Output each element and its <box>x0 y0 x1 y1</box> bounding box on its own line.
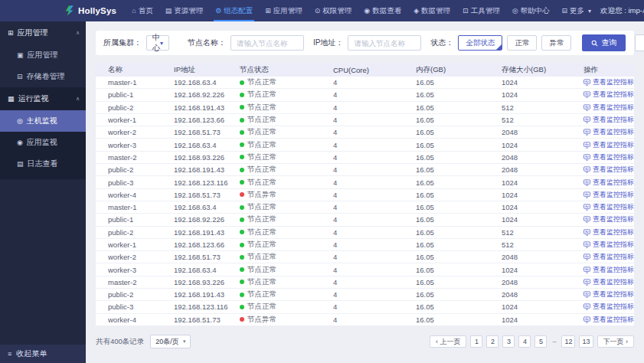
view-metrics-link[interactable]: 查看监控指标 <box>584 202 634 212</box>
view-metrics-link[interactable]: 查看监控指标 <box>584 265 634 275</box>
view-metrics-link[interactable]: 查看监控指标 <box>584 214 634 224</box>
sidebar-item-应用监视[interactable]: ◉应用监视 <box>0 132 86 153</box>
view-metrics-link[interactable]: 查看监控指标 <box>584 140 634 150</box>
cell-action: 查看监控指标 <box>584 265 634 275</box>
next-page-button[interactable]: 下一页 › <box>597 335 635 348</box>
status-text: 节点正常 <box>247 202 276 212</box>
cell-memory: 16.05 <box>416 266 502 274</box>
storage-volume-icon: ⊟ <box>17 74 23 80</box>
page-button-12[interactable]: 12 <box>561 335 575 348</box>
view-metrics-label: 查看监控指标 <box>593 227 634 237</box>
view-metrics-link[interactable]: 查看监控指标 <box>584 289 634 299</box>
nav-item-数据管理[interactable]: ◈数据管理 <box>410 0 453 21</box>
status-text: 节点正常 <box>247 103 276 113</box>
cell-action: 查看监控指标 <box>584 90 634 100</box>
cell-action: 查看监控指标 <box>584 240 634 250</box>
nav-item-应用管理[interactable]: ⊞应用管理 <box>262 0 306 21</box>
cell-action: 查看监控指标 <box>584 227 634 237</box>
page-size-select[interactable]: 20条/页 ▾ <box>150 335 191 348</box>
cell-action: 查看监控指标 <box>584 214 634 224</box>
page-button-1[interactable]: 1 <box>470 335 482 348</box>
cell-ip: 192.168.93.226 <box>174 278 240 286</box>
sidebar-item-日志查看[interactable]: ▤日志查看 <box>0 153 86 175</box>
status-text: 节点正常 <box>247 227 276 237</box>
status-dot-green <box>240 293 244 297</box>
cell-ip: 192.168.191.43 <box>174 290 240 299</box>
view-metrics-link[interactable]: 查看监控指标 <box>584 77 634 87</box>
search-button[interactable]: 查询 <box>582 34 626 51</box>
view-metrics-link[interactable]: 查看监控指标 <box>584 190 634 200</box>
status-option-正常[interactable]: 正常 <box>507 35 537 51</box>
sidebar-group-header-应用管理[interactable]: ⊞应用管理∧ <box>0 21 86 44</box>
view-metrics-link[interactable]: 查看监控指标 <box>584 115 634 125</box>
cell-node-status: 节点正常 <box>240 178 333 188</box>
collapse-label: 收起菜单 <box>16 348 47 359</box>
table-row: master-1192.168.63.4节点正常416.051024查看监控指标 <box>96 201 634 214</box>
page-button-13[interactable]: 13 <box>579 335 593 348</box>
status-option-异常[interactable]: 异常 <box>541 35 571 51</box>
nav-item-label: 工具管理 <box>471 6 500 16</box>
table-row: public-1192.168.92.226节点正常416.051024查看监控… <box>96 89 634 101</box>
cell-storage: 1024 <box>502 78 584 87</box>
page-button-4[interactable]: 4 <box>518 335 531 348</box>
nav-item-首页[interactable]: ⌂首页 <box>129 0 155 21</box>
prev-page-button[interactable]: ‹ 上一页 <box>430 335 467 348</box>
nav-item-label: 组态配置 <box>224 6 253 16</box>
table-row: public-1192.168.92.226节点正常416.051024查看监控… <box>96 214 634 226</box>
cell-storage: 2048 <box>502 290 584 299</box>
sidebar-item-应用管理[interactable]: ▣应用管理 <box>0 44 86 66</box>
cell-cpu: 4 <box>333 228 416 237</box>
view-metrics-link[interactable]: 查看监控指标 <box>584 227 634 237</box>
cell-name: worker-4 <box>108 316 174 324</box>
status-text: 节点正常 <box>247 140 276 150</box>
column-header: 内存(GB) <box>416 65 502 75</box>
cell-node-status: 节点正常 <box>240 202 333 212</box>
nav-item-数据查看[interactable]: ◉数据查看 <box>361 0 404 21</box>
cell-cpu: 4 <box>333 290 416 299</box>
nav-item-资源管理[interactable]: ▤资源管理 <box>162 0 207 21</box>
chevron-up-icon: ∧ <box>76 30 80 36</box>
nav-item-工具管理[interactable]: ⊡工具管理 <box>459 0 503 21</box>
sidebar-item-label: 主机监视 <box>27 116 57 126</box>
nav-item-更多[interactable]: ⊟更多▾ <box>559 0 595 21</box>
view-metrics-link[interactable]: 查看监控指标 <box>584 103 634 113</box>
view-metrics-link[interactable]: 查看监控指标 <box>584 152 634 162</box>
page-button-2[interactable]: 2 <box>486 335 499 348</box>
table-row: worker-3192.168.63.4节点正常416.051024查看监控指标 <box>96 139 634 151</box>
nav-item-权限管理[interactable]: ⊙权限管理 <box>312 0 355 21</box>
view-metrics-link[interactable]: 查看监控指标 <box>584 302 634 312</box>
status-dot-green <box>240 217 244 222</box>
collapse-menu-button[interactable]: ≡ 收起菜单 <box>0 345 86 363</box>
cell-node-status: 节点异常 <box>240 315 333 325</box>
nav-item-label: 应用管理 <box>273 6 302 16</box>
status-text: 节点异常 <box>247 315 276 325</box>
page-button-3[interactable]: 3 <box>502 335 515 348</box>
node-name-input[interactable] <box>230 35 304 51</box>
nav-item-帮助中心[interactable]: ◎帮助中心 <box>509 0 553 21</box>
view-metrics-link[interactable]: 查看监控指标 <box>584 277 634 287</box>
view-metrics-link[interactable]: 查看监控指标 <box>584 315 634 325</box>
reset-button[interactable]: 重置 <box>635 34 644 51</box>
page-button-5[interactable]: 5 <box>534 335 547 348</box>
cell-action: 查看监控指标 <box>584 140 634 150</box>
view-metrics-link[interactable]: 查看监控指标 <box>584 240 634 250</box>
sidebar-item-存储卷管理[interactable]: ⊟存储卷管理 <box>0 66 86 87</box>
view-metrics-link[interactable]: 查看监控指标 <box>584 127 634 137</box>
sidebar-group-header-运行监视[interactable]: ▦运行监视∧ <box>0 87 86 110</box>
cluster-label: 所属集群： <box>103 38 142 48</box>
cell-ip: 192.168.63.4 <box>174 141 240 149</box>
view-metrics-link[interactable]: 查看监控指标 <box>584 90 634 100</box>
hollysys-logo: HollySys <box>64 5 116 16</box>
view-metrics-link[interactable]: 查看监控指标 <box>584 178 634 188</box>
cell-name: public-3 <box>108 178 174 187</box>
view-metrics-link[interactable]: 查看监控指标 <box>584 165 634 175</box>
ip-input[interactable] <box>348 35 421 51</box>
nav-item-组态配置[interactable]: ⚙组态配置 <box>212 0 256 21</box>
monitor-chart-icon <box>584 204 590 211</box>
view-metrics-link[interactable]: 查看监控指标 <box>584 252 634 262</box>
cell-node-status: 节点正常 <box>240 152 333 162</box>
status-option-全部状态[interactable]: 全部状态 <box>458 35 502 51</box>
cluster-select[interactable]: 中心 ▾ <box>146 35 169 51</box>
table-row: public-2192.168.191.43节点正常416.05512查看监控指… <box>96 102 634 114</box>
sidebar-item-主机监视[interactable]: ◎主机监视 <box>0 110 86 132</box>
